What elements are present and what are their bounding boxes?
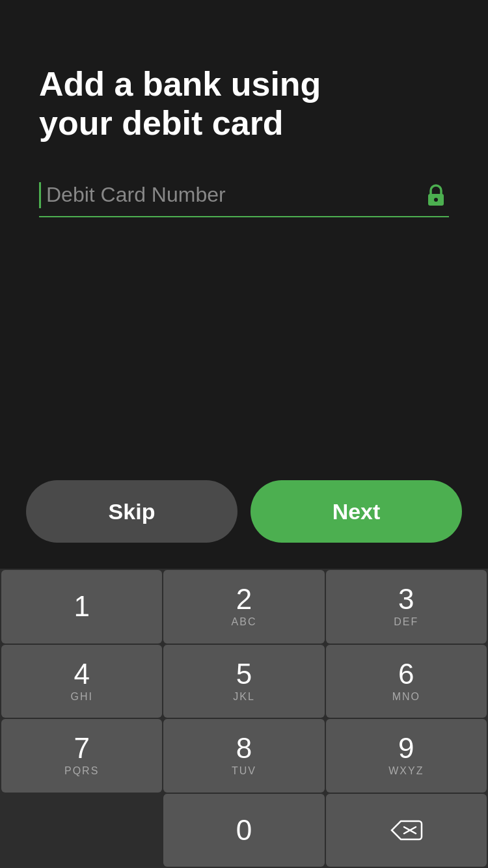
input-cursor xyxy=(39,182,41,208)
top-section: Add a bank using your debit card Debit C… xyxy=(0,0,488,461)
numeric-keyboard: 1 2 ABC 3 DEF 4 GHI 5 JKL 6 MNO 7 PQRS 8… xyxy=(0,569,488,868)
backspace-icon xyxy=(389,819,423,842)
key-8[interactable]: 8 TUV xyxy=(163,719,324,793)
key-3[interactable]: 3 DEF xyxy=(326,570,487,644)
key-empty xyxy=(1,794,162,867)
card-input-area[interactable]: Debit Card Number xyxy=(39,182,449,217)
key-1[interactable]: 1 xyxy=(1,570,162,644)
key-5[interactable]: 5 JKL xyxy=(163,645,324,718)
card-number-placeholder: Debit Card Number xyxy=(46,183,423,207)
key-2[interactable]: 2 ABC xyxy=(163,570,324,644)
key-6[interactable]: 6 MNO xyxy=(326,645,487,718)
skip-button[interactable]: Skip xyxy=(26,480,237,543)
lock-icon xyxy=(423,182,449,208)
key-0[interactable]: 0 xyxy=(163,794,324,867)
key-7[interactable]: 7 PQRS xyxy=(1,719,162,793)
next-button[interactable]: Next xyxy=(251,480,462,543)
page-title: Add a bank using your debit card xyxy=(39,65,449,143)
key-9[interactable]: 9 WXYZ xyxy=(326,719,487,793)
svg-point-1 xyxy=(434,198,438,202)
key-4[interactable]: 4 GHI xyxy=(1,645,162,718)
action-buttons: Skip Next xyxy=(0,461,488,569)
key-backspace[interactable] xyxy=(326,794,487,867)
